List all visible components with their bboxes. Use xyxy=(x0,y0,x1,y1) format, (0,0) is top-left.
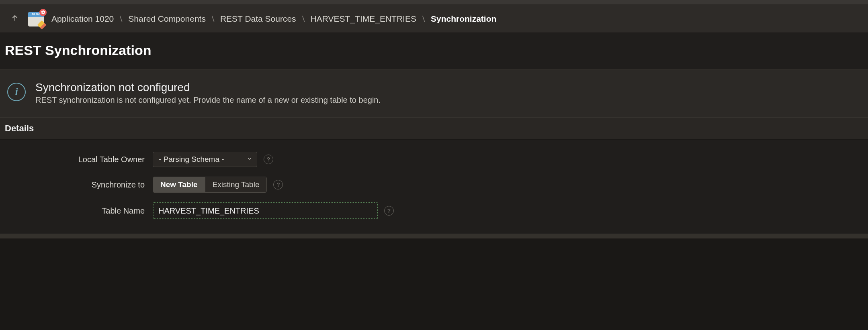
help-icon[interactable]: ? xyxy=(273,180,283,189)
nav-up-icon[interactable] xyxy=(8,12,22,26)
input-table-name[interactable] xyxy=(153,202,378,219)
breadcrumb-separator: ⧵ xyxy=(302,14,305,24)
breadcrumb-rest-sources[interactable]: REST Data Sources xyxy=(220,14,296,24)
help-icon[interactable]: ? xyxy=(384,206,394,216)
label-local-table-owner: Local Table Owner xyxy=(5,155,153,164)
breadcrumb-harvest[interactable]: HARVEST_TIME_ENTRIES xyxy=(311,14,416,24)
bottom-strip xyxy=(0,234,868,238)
breadcrumb-bar: BLOG Application 1020 ⧵ Shared Component… xyxy=(0,5,868,33)
section-header-details: Details xyxy=(0,117,868,140)
page-title: REST Synchronization xyxy=(5,43,863,58)
breadcrumb-current: Synchronization xyxy=(431,14,496,24)
row-local-table-owner: Local Table Owner ? xyxy=(5,152,863,167)
label-table-name: Table Name xyxy=(5,206,153,216)
label-synchronize-to: Synchronize to xyxy=(5,180,153,189)
select-local-table-owner[interactable] xyxy=(153,152,257,167)
help-icon[interactable]: ? xyxy=(264,155,273,164)
page-title-region: REST Synchronization xyxy=(0,33,868,69)
application-icon[interactable]: BLOG xyxy=(27,10,46,28)
notice-description: REST synchronization is not configured y… xyxy=(35,96,381,105)
row-synchronize-to: Synchronize to New Table Existing Table … xyxy=(5,177,863,193)
breadcrumb-shared-components[interactable]: Shared Components xyxy=(128,14,206,24)
gear-badge-icon xyxy=(39,9,47,16)
top-strip xyxy=(0,0,868,5)
notice-title: Synchronization not configured xyxy=(35,81,381,94)
section-title: Details xyxy=(5,123,863,134)
details-form: Local Table Owner ? Synchronize to New T… xyxy=(0,140,868,234)
toggle-existing-table[interactable]: Existing Table xyxy=(205,177,267,192)
breadcrumb-separator: ⧵ xyxy=(119,14,123,24)
row-table-name: Table Name ? xyxy=(5,202,863,219)
breadcrumb-separator: ⧵ xyxy=(211,14,215,24)
notice-region: i Synchronization not configured REST sy… xyxy=(0,69,868,117)
toggle-synchronize-to: New Table Existing Table xyxy=(153,177,267,193)
toggle-new-table[interactable]: New Table xyxy=(153,177,205,192)
info-icon: i xyxy=(7,83,26,101)
breadcrumb-app[interactable]: Application 1020 xyxy=(51,14,114,24)
breadcrumb-separator: ⧵ xyxy=(422,14,425,24)
